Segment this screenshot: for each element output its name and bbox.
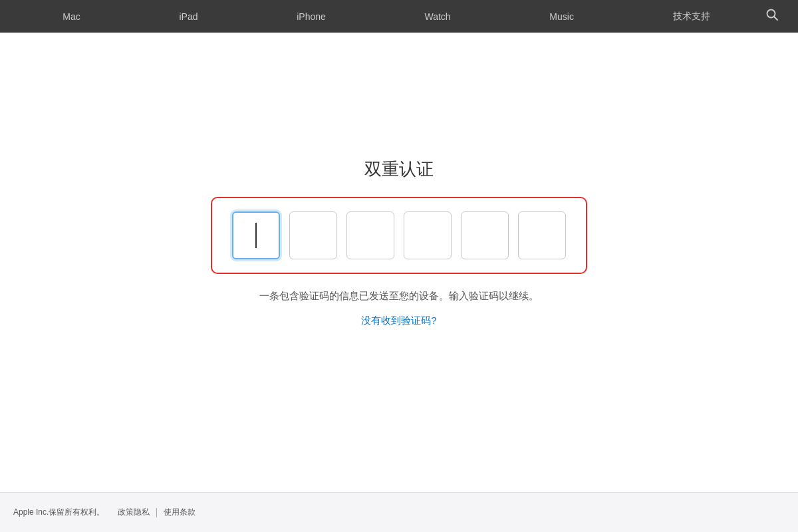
nav-item-ipad[interactable]: iPad: [166, 0, 211, 33]
footer: Apple Inc.保留所有权利。 政策隐私 使用条款: [0, 492, 798, 532]
code-box-3[interactable]: [346, 211, 394, 259]
nav-item-iphone[interactable]: iPhone: [283, 0, 339, 33]
svg-line-1: [774, 17, 777, 20]
nav-item-mac[interactable]: Mac: [49, 0, 93, 33]
nav-items: Mac iPad iPhone Watch Music 技术支持: [13, 0, 759, 33]
footer-links: 政策隐私 使用条款: [118, 507, 196, 518]
footer-link-privacy[interactable]: 政策隐私: [118, 507, 150, 518]
resend-code-link[interactable]: 没有收到验证码?: [361, 315, 436, 327]
main-content: 双重认证 一条包含验证码的信息已发送至您的设备。输入验证码以继续。 没有收到验证…: [0, 33, 798, 492]
search-icon[interactable]: [759, 9, 785, 24]
page-title: 双重认证: [364, 158, 434, 181]
nav-item-watch[interactable]: Watch: [411, 0, 464, 33]
code-box-2[interactable]: [289, 211, 337, 259]
code-box-6[interactable]: [518, 211, 566, 259]
code-box-5[interactable]: [461, 211, 509, 259]
footer-copyright: Apple Inc.保留所有权利。: [13, 507, 104, 518]
code-box-1[interactable]: [232, 211, 280, 259]
verification-message: 一条包含验证码的信息已发送至您的设备。输入验证码以继续。: [259, 287, 539, 305]
code-box-4[interactable]: [404, 211, 452, 259]
nav-item-music[interactable]: Music: [536, 0, 587, 33]
footer-link-terms[interactable]: 使用条款: [164, 507, 196, 518]
nav-item-support[interactable]: 技术支持: [660, 0, 724, 33]
navigation: Mac iPad iPhone Watch Music 技术支持: [0, 0, 798, 33]
verification-code-container: [211, 197, 587, 274]
footer-divider-1: [156, 508, 157, 517]
